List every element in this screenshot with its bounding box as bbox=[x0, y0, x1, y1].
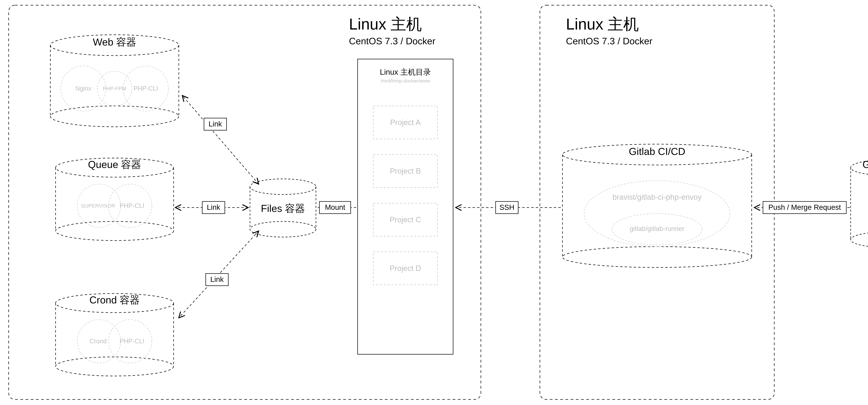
queue-inner-php-cli: PHP-CLI bbox=[120, 202, 144, 209]
web-inner-php-fpm: PHP-FPM bbox=[103, 86, 126, 91]
edge-files-crond: Link bbox=[179, 231, 259, 318]
svg-point-41 bbox=[850, 232, 868, 248]
svg-rect-33 bbox=[540, 5, 774, 400]
svg-rect-0 bbox=[9, 5, 481, 400]
cicd-outer-label: bravist/gitlab-ci-php-envoy bbox=[613, 193, 702, 201]
edge-mount-label: Mount bbox=[325, 203, 345, 211]
crond-inner-crond: Crond bbox=[90, 338, 106, 345]
crond-container-title: Crond 容器 bbox=[89, 294, 140, 306]
svg-point-21 bbox=[250, 222, 316, 237]
edge-push-label: Push / Merge Request bbox=[768, 203, 841, 211]
edge-mount: Mount bbox=[318, 201, 357, 213]
edge-files-queue: Link bbox=[175, 201, 248, 213]
project-b: Project B bbox=[373, 154, 437, 187]
edge-link-1-label: Link bbox=[209, 120, 222, 128]
svg-text:Project C: Project C bbox=[390, 215, 421, 224]
host-left-subtitle: CentOS 7.3 / Docker bbox=[349, 36, 435, 46]
svg-point-20 bbox=[250, 179, 316, 195]
web-inner-nginx: Nginx bbox=[75, 85, 91, 92]
edge-link-2-label: Link bbox=[207, 203, 220, 211]
gitlab-container-title: Gitlab 容器 bbox=[863, 159, 868, 170]
cicd-inner-label: gitlab/gitlab-runner bbox=[630, 225, 684, 232]
project-a: Project A bbox=[373, 106, 437, 139]
project-c: Project C bbox=[373, 203, 437, 236]
svg-point-2 bbox=[50, 106, 179, 127]
gitlab-cicd-title: Gitlab CI/CD bbox=[629, 146, 685, 157]
queue-inner-supervisor: SUPERVISOR bbox=[81, 203, 115, 209]
web-inner-php-cli: PHP-CLI bbox=[133, 85, 158, 92]
host-left-title: Linux 主机 bbox=[349, 16, 422, 33]
gitlab-cicd: Gitlab CI/CD bravist/gitlab-ci-php-envoy… bbox=[562, 144, 752, 267]
host-left: Linux 主机 CentOS 7.3 / Docker bbox=[9, 5, 481, 400]
svg-text:Project D: Project D bbox=[390, 264, 421, 272]
svg-point-15 bbox=[56, 357, 174, 376]
edge-ssh-label: SSH bbox=[499, 203, 515, 211]
web-container: Web 容器 Nginx PHP-FPM PHP-CLI bbox=[50, 35, 179, 127]
host-right-subtitle: CentOS 7.3 / Docker bbox=[566, 36, 652, 46]
svg-text:Project A: Project A bbox=[390, 118, 421, 126]
host-dir-box: Linux 主机目录 /mnt/lnmp-docker/www Project … bbox=[358, 59, 453, 354]
svg-point-9 bbox=[56, 222, 174, 240]
svg-point-35 bbox=[562, 247, 752, 267]
files-container-title: Files 容器 bbox=[261, 203, 305, 214]
edge-files-web: Link bbox=[182, 95, 259, 184]
host-dir-title: Linux 主机目录 bbox=[380, 68, 431, 76]
files-container: Files 容器 bbox=[250, 179, 316, 237]
queue-container-title: Queue 容器 bbox=[88, 159, 141, 170]
edge-ssh: SSH bbox=[456, 201, 561, 213]
edge-push: Push / Merge Request bbox=[754, 201, 850, 213]
queue-container: Queue 容器 SUPERVISOR PHP-CLI bbox=[56, 158, 174, 240]
edge-link-3-label: Link bbox=[210, 275, 224, 283]
gitlab-container: Gitlab 容器 bbox=[850, 159, 868, 248]
host-dir-path: /mnt/lnmp-docker/www bbox=[381, 78, 430, 84]
web-container-title: Web 容器 bbox=[93, 36, 136, 48]
host-right-title: Linux 主机 bbox=[566, 16, 639, 33]
crond-container: Crond 容器 Crond PHP-CLI bbox=[56, 293, 174, 376]
project-d: Project D bbox=[373, 252, 437, 285]
host-right: Linux 主机 CentOS 7.3 / Docker bbox=[540, 5, 774, 400]
svg-rect-24 bbox=[358, 59, 453, 354]
crond-inner-php-cli: PHP-CLI bbox=[120, 338, 144, 345]
svg-line-44 bbox=[182, 95, 259, 184]
svg-text:Project B: Project B bbox=[390, 167, 421, 175]
